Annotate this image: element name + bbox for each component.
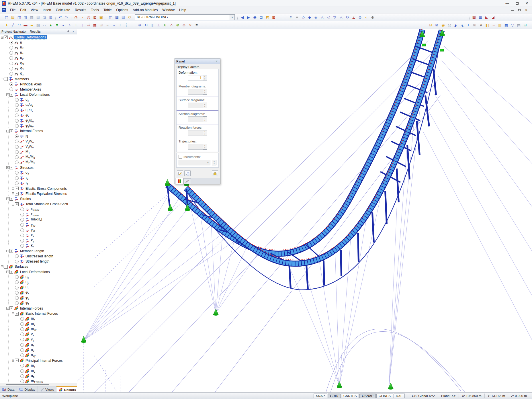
tree-item[interactable]: −Surfaces — [1, 264, 77, 269]
member-diagrams-spinner[interactable]: ▲▼ — [203, 89, 207, 95]
tree-radio[interactable] — [15, 134, 19, 138]
tree-item[interactable]: −Local Deformations — [1, 92, 77, 97]
toggle-glines[interactable]: GLINES — [376, 394, 393, 398]
member-hinge-button[interactable]: ◒ — [60, 22, 66, 28]
show-results-button[interactable]: ◩ — [264, 14, 271, 20]
tree-item[interactable]: −Members — [1, 77, 77, 82]
tree-radio[interactable] — [20, 374, 24, 378]
reaction-forces-input[interactable] — [188, 130, 203, 136]
render-solid-button[interactable]: ◆ — [306, 14, 313, 20]
tree-radio[interactable] — [9, 87, 13, 91]
tree-item[interactable]: MTMT — [1, 149, 77, 154]
collapse-icon[interactable]: − — [1, 36, 3, 39]
line-hinge-button[interactable]: ◓ — [66, 22, 73, 28]
flag-marker-1-button[interactable]: ◣ — [484, 14, 490, 20]
tree-item[interactable]: κz — [1, 243, 77, 249]
collapse-icon[interactable]: − — [6, 130, 9, 132]
export-table-button[interactable]: ⊟ — [522, 22, 528, 28]
tree-checkbox[interactable] — [15, 187, 19, 190]
tree-item[interactable]: −Member Length — [1, 249, 77, 254]
combo-dropdown-icon[interactable]: ▼ — [230, 15, 234, 20]
minimize-button[interactable]: — — [503, 1, 511, 6]
new-window-button[interactable]: ◫ — [107, 14, 114, 20]
collapse-icon[interactable]: − — [6, 197, 9, 200]
open-model-button[interactable]: ▤ — [10, 14, 16, 20]
print-report-2-button[interactable]: ▦ — [477, 14, 484, 20]
tree-radio[interactable] — [15, 260, 19, 263]
dimension-button[interactable]: ↔ — [111, 22, 117, 28]
tree-radio[interactable] — [15, 275, 19, 279]
split-entities-button[interactable]: ⊖ — [181, 22, 187, 28]
tree-item[interactable]: −Total Strains on Cross-Secti — [1, 202, 77, 207]
tree-item[interactable]: ux — [1, 275, 77, 280]
panel-toggle-button[interactable]: ▥ — [497, 22, 503, 28]
tree-checkbox[interactable] — [9, 129, 13, 133]
tree-item[interactable]: uz/uv — [1, 108, 77, 113]
tables-show-button[interactable]: ▦ — [114, 14, 120, 20]
tree-item[interactable]: φz/φv — [1, 123, 77, 128]
tree-radio[interactable] — [20, 208, 24, 211]
tree-item[interactable]: φZ — [1, 71, 77, 76]
renumber-button[interactable]: # — [478, 22, 484, 28]
tree-checkbox[interactable] — [15, 202, 19, 206]
comment-button[interactable]: Τ — [117, 22, 123, 28]
tree-item[interactable]: φy — [1, 295, 77, 300]
collapse-icon[interactable]: − — [6, 307, 9, 310]
merge-entities-button[interactable]: ⊕ — [175, 22, 181, 28]
tree-radio[interactable] — [15, 140, 19, 143]
tree-item[interactable]: τy — [1, 175, 77, 181]
render-wireframe-button[interactable]: ◇ — [300, 14, 306, 20]
tree-radio[interactable] — [15, 114, 19, 117]
increments-combo[interactable]: ▼ — [179, 160, 210, 165]
expand-icon[interactable]: + — [12, 192, 14, 195]
tree-item[interactable]: max|εx| — [1, 217, 77, 222]
tree-item[interactable]: φy/φu — [1, 118, 77, 123]
pin-icon[interactable] — [66, 30, 70, 34]
load-case-combo[interactable]: RF-FORM-FINDING▼ — [135, 14, 235, 20]
tree-item[interactable]: −Internal Forces — [1, 306, 77, 311]
close-navigator-icon[interactable]: × — [71, 30, 75, 34]
collapse-icon[interactable]: − — [12, 312, 14, 315]
tree-checkbox[interactable] — [15, 359, 19, 362]
reaction-forces-spinner[interactable]: ▲▼ — [203, 130, 207, 136]
menu-table[interactable]: Table — [101, 7, 114, 13]
tree-item[interactable]: φX — [1, 61, 77, 66]
tree-item[interactable]: vy — [1, 337, 77, 342]
tree-item[interactable]: uZ — [1, 56, 77, 61]
tree-radio[interactable] — [15, 124, 19, 128]
tree-checkbox[interactable] — [9, 249, 13, 253]
trajectories-spinner[interactable]: ▲▼ — [203, 144, 207, 150]
render-transparent-button[interactable]: ◈ — [313, 14, 319, 20]
tree-radio[interactable] — [15, 161, 19, 164]
tree-item[interactable]: −Basic Internal Forces — [1, 311, 77, 316]
clipping-plane-button[interactable]: ⊘ — [357, 14, 363, 20]
tree-radio[interactable] — [9, 67, 13, 71]
panel-close-icon[interactable]: × — [214, 59, 219, 63]
redo-button[interactable]: ↷ — [63, 14, 70, 20]
tree-item[interactable]: mxy — [1, 327, 77, 332]
view-x-button[interactable]: ◁ — [325, 14, 332, 20]
tree-item[interactable]: κx — [1, 233, 77, 238]
tab-data[interactable]: Data — [0, 386, 17, 392]
display-colors-button[interactable]: ◧ — [484, 22, 490, 28]
tree-item[interactable]: nxy — [1, 353, 77, 358]
delete-button[interactable]: × — [187, 22, 193, 28]
scrollbar-thumb[interactable] — [6, 384, 49, 385]
tree-item[interactable]: MyMy/Mu — [1, 154, 77, 160]
tree-radio[interactable] — [15, 301, 19, 305]
move-copy-button[interactable]: ⇄ — [137, 22, 143, 28]
toggle-dxf[interactable]: DXF — [394, 394, 405, 398]
section-diagrams-input[interactable] — [188, 116, 203, 122]
tree-item[interactable]: εx,max — [1, 207, 77, 212]
tree-checkbox[interactable] — [15, 192, 19, 195]
copy-settings-button[interactable] — [184, 170, 191, 176]
tree-item[interactable]: αb — [1, 373, 77, 379]
tree-radio[interactable] — [15, 286, 19, 290]
measure-button[interactable]: ∠ — [351, 14, 357, 20]
expand-icon[interactable]: + — [12, 187, 14, 190]
tree-item[interactable]: VyVy/Vu — [1, 139, 77, 144]
panel-tab-color-scale[interactable] — [176, 178, 183, 184]
tree-item[interactable]: κy — [1, 238, 77, 243]
tree-checkbox[interactable] — [4, 77, 8, 81]
line-support-button[interactable]: ▼ — [54, 22, 60, 28]
